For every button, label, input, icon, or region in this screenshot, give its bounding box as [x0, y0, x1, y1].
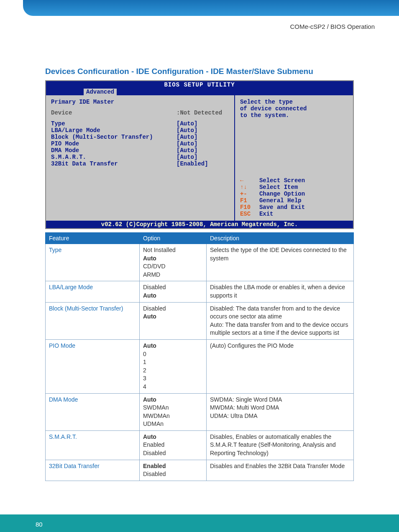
option-cell: EnabledDisabled	[140, 460, 207, 481]
bios-help-key: ESC	[240, 211, 259, 217]
option-cell: AutoSWDMAnMWDMAnUDMAn	[140, 393, 207, 430]
bios-footer: v02.62 (C)Copyright 1985-2008, American …	[46, 221, 353, 228]
bios-setting-row: Block (Multi-Sector Transfer)[Auto]	[51, 134, 229, 140]
bios-setting-value: [Auto]	[176, 140, 197, 147]
bios-body: Primary IDE Master Device :Not Detected …	[46, 95, 353, 221]
option-cell: Not InstalledAutoCD/DVDARMD	[140, 244, 207, 281]
bios-help-key-desc: Select Screen	[259, 177, 305, 184]
header-tab-bar	[23, 0, 399, 16]
description-cell: Disabled: The data transfer from and to …	[207, 302, 354, 339]
bios-main-panel: Primary IDE Master Device :Not Detected …	[46, 95, 234, 221]
bios-setting-row: DMA Mode[Auto]	[51, 147, 229, 154]
option-value: Disabled	[143, 449, 203, 458]
bios-setting-value: [Enabled]	[176, 160, 208, 167]
table-header-option: Option	[140, 233, 207, 244]
bios-key-help: ←Select Screen↑↓Select Item+-Change Opti…	[240, 177, 348, 217]
option-value: SWDMAn	[143, 404, 203, 412]
bios-setting-label: Block (Multi-Sector Transfer)	[51, 134, 176, 140]
table-row: Block (Multi-Sector Transfer)DisabledAut…	[46, 302, 354, 339]
bios-help-key-row: ←Select Screen	[240, 177, 348, 184]
option-value: Not Installed	[143, 246, 203, 255]
bios-help-key-row: ↑↓Select Item	[240, 184, 348, 191]
feature-name-cell: DMA Mode	[46, 393, 140, 430]
description-cell: (Auto) Configures the PIO Mode	[207, 339, 354, 393]
option-cell: AutoEnabledDisabled	[140, 430, 207, 460]
bios-setting-row: Type[Auto]	[51, 120, 229, 127]
table-header-feature: Feature	[46, 233, 140, 244]
breadcrumb: COMe-cSP2 / BIOS Operation	[290, 23, 375, 30]
option-value: Auto	[143, 342, 203, 350]
option-value: 3	[143, 374, 203, 383]
option-value: UDMAn	[143, 420, 203, 428]
bios-setting-label: S.M.A.R.T.	[51, 154, 176, 160]
feature-name-cell: Block (Multi-Sector Transfer)	[46, 302, 140, 339]
bios-setting-row: 32Bit Data Transfer[Enabled]	[51, 160, 229, 167]
bios-help-key-desc: Save and Exit	[259, 204, 305, 211]
table-row: TypeNot InstalledAutoCD/DVDARMDSelects t…	[46, 244, 354, 281]
option-value: Auto	[143, 313, 203, 321]
bios-help-key-row: F1General Help	[240, 197, 348, 204]
page-footer-bar: 80	[0, 514, 399, 532]
page-number: 80	[36, 521, 43, 528]
bios-help-key-desc: General Help	[259, 197, 302, 204]
option-value: Disabled	[143, 305, 203, 313]
bios-setting-label: LBA/Large Mode	[51, 127, 176, 134]
bios-help-key: F10	[240, 204, 259, 211]
bios-setting-value: [Auto]	[176, 154, 197, 160]
description-cell: Disables, Enables or automatically enabl…	[207, 430, 354, 460]
page-content: Devices Conficuration - IDE Configuratio…	[45, 67, 354, 481]
option-value: CD/DVD	[143, 262, 203, 271]
option-value: Auto	[143, 292, 203, 300]
bios-help-key-desc: Exit	[259, 211, 274, 217]
bios-setting-label: PIO Mode	[51, 140, 176, 147]
bios-title-bar: BIOS SETUP UTILITY	[46, 81, 353, 89]
bios-help-key-desc: Change Option	[259, 191, 305, 197]
bios-help-key-row: +-Change Option	[240, 191, 348, 197]
option-cell: DisabledAuto	[140, 281, 207, 302]
bios-help-key-row: F10Save and Exit	[240, 204, 348, 211]
option-value: MWDMAn	[143, 412, 203, 420]
description-cell: SWDMA: Single Word DMA MWDMA: Multi Word…	[207, 393, 354, 430]
feature-name-cell: S.M.A.R.T.	[46, 430, 140, 460]
description-cell: Selects the type of the IDE Devices conn…	[207, 244, 354, 281]
option-cell: DisabledAuto	[140, 302, 207, 339]
bios-setting-value: [Auto]	[176, 127, 197, 134]
option-value: ARMD	[143, 271, 203, 279]
option-value: 2	[143, 367, 203, 375]
bios-help-key-desc: Select Item	[259, 184, 298, 191]
bios-setting-label: DMA Mode	[51, 147, 176, 154]
bios-help-text: Select the type of device connected to t…	[240, 99, 348, 119]
option-value: Disabled	[143, 470, 203, 479]
table-header-description: Description	[207, 233, 354, 244]
bios-setting-value: [Auto]	[176, 120, 197, 127]
bios-setting-row: PIO Mode[Auto]	[51, 140, 229, 147]
table-row: LBA/Large ModeDisabledAutoDisables the L…	[46, 281, 354, 302]
option-value: 0	[143, 350, 203, 359]
bios-setting-row: S.M.A.R.T.[Auto]	[51, 154, 229, 160]
bios-help-key: F1	[240, 197, 259, 204]
option-value: Auto	[143, 396, 203, 404]
option-cell: Auto01234	[140, 339, 207, 393]
bios-setting-label: 32Bit Data Transfer	[51, 160, 176, 167]
feature-name-cell: 32Bit Data Transfer	[46, 460, 140, 481]
table-row: S.M.A.R.T.AutoEnabledDisabledDisables, E…	[46, 430, 354, 460]
option-value: Auto	[143, 255, 203, 263]
table-row: DMA ModeAutoSWDMAnMWDMAnUDMAnSWDMA: Sing…	[46, 393, 354, 430]
bios-help-key-row: ESCExit	[240, 211, 348, 217]
description-cell: Disables the LBA mode or enables it, whe…	[207, 281, 354, 302]
feature-name-cell: LBA/Large Mode	[46, 281, 140, 302]
bios-settings-list: Type[Auto]LBA/Large Mode[Auto]Block (Mul…	[51, 120, 229, 167]
bios-heading: Primary IDE Master	[51, 99, 229, 105]
feature-name-cell: Type	[46, 244, 140, 281]
description-cell: Disables and Enables the 32Bit Data Tran…	[207, 460, 354, 481]
option-value: Auto	[143, 433, 203, 441]
section-title: Devices Conficuration - IDE Configuratio…	[45, 67, 354, 76]
feature-table: Feature Option Description TypeNot Insta…	[45, 232, 354, 481]
bios-setting-label: Type	[51, 120, 176, 127]
option-value: 1	[143, 358, 203, 367]
bios-help-key: +-	[240, 191, 259, 197]
bios-tab-row: Advanced	[46, 89, 353, 95]
bios-setting-value: [Auto]	[176, 134, 197, 140]
option-value: Enabled	[143, 462, 203, 471]
option-value: Disabled	[143, 283, 203, 292]
